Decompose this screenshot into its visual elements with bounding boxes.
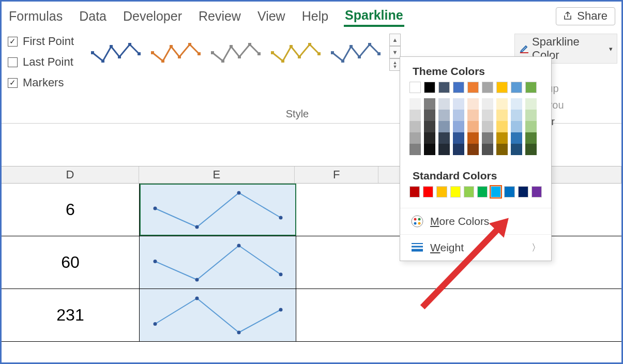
svg-point-40 bbox=[418, 222, 421, 225]
color-swatch[interactable] bbox=[511, 144, 522, 155]
color-swatch[interactable] bbox=[438, 110, 450, 121]
color-swatch[interactable] bbox=[467, 144, 479, 155]
color-swatch[interactable] bbox=[525, 110, 537, 121]
svg-point-46 bbox=[237, 191, 241, 195]
color-swatch[interactable] bbox=[467, 132, 479, 144]
color-swatch[interactable] bbox=[409, 110, 421, 121]
color-swatch[interactable] bbox=[438, 98, 450, 110]
svg-rect-9 bbox=[178, 55, 181, 58]
first-point-checkbox[interactable]: ✓First Point bbox=[8, 35, 79, 48]
svg-rect-13 bbox=[221, 59, 224, 63]
color-swatch[interactable] bbox=[511, 98, 522, 110]
color-swatch[interactable] bbox=[511, 121, 522, 132]
color-swatch[interactable] bbox=[525, 98, 537, 110]
color-swatch[interactable] bbox=[504, 186, 514, 198]
color-swatch[interactable] bbox=[423, 186, 433, 198]
color-swatch[interactable] bbox=[453, 110, 464, 121]
color-swatch[interactable] bbox=[467, 110, 479, 121]
column-header[interactable]: D bbox=[2, 166, 139, 183]
color-swatch[interactable] bbox=[482, 144, 493, 155]
svg-rect-28 bbox=[368, 43, 371, 46]
color-swatch[interactable] bbox=[424, 110, 435, 121]
color-swatch[interactable] bbox=[424, 121, 435, 132]
color-swatch[interactable] bbox=[511, 132, 522, 144]
cell-D[interactable]: 6 bbox=[2, 184, 140, 236]
color-swatch[interactable] bbox=[464, 186, 474, 198]
color-swatch[interactable] bbox=[467, 98, 479, 110]
color-swatch[interactable] bbox=[424, 132, 435, 144]
tab-formulas[interactable]: Formulas bbox=[8, 7, 64, 26]
color-swatch[interactable] bbox=[496, 121, 508, 132]
color-swatch[interactable] bbox=[496, 82, 508, 93]
color-swatch[interactable] bbox=[409, 98, 421, 110]
color-swatch[interactable] bbox=[424, 98, 435, 110]
tab-review[interactable]: Review bbox=[197, 7, 242, 26]
color-swatch[interactable] bbox=[409, 132, 421, 144]
cell-D[interactable]: 60 bbox=[2, 236, 140, 289]
column-header[interactable]: F bbox=[295, 166, 378, 183]
color-swatch[interactable] bbox=[496, 98, 508, 110]
color-swatch[interactable] bbox=[491, 186, 501, 198]
color-swatch[interactable] bbox=[453, 98, 464, 110]
color-swatch[interactable] bbox=[467, 82, 479, 93]
color-swatch[interactable] bbox=[424, 82, 435, 93]
markers-checkbox[interactable]: ✓Markers bbox=[8, 76, 79, 89]
cell-E-sparkline[interactable] bbox=[140, 289, 296, 341]
style-thumb-1[interactable] bbox=[87, 34, 143, 70]
style-thumb-5[interactable] bbox=[327, 34, 383, 70]
tab-developer[interactable]: Developer bbox=[122, 7, 183, 26]
cell-D[interactable]: 231 bbox=[2, 289, 140, 341]
color-swatch[interactable] bbox=[482, 110, 493, 121]
color-swatch[interactable] bbox=[496, 110, 508, 121]
cell-E-sparkline[interactable] bbox=[140, 236, 296, 289]
share-button[interactable]: Share bbox=[556, 7, 615, 25]
cell-E-sparkline[interactable] bbox=[140, 184, 296, 236]
color-swatch[interactable] bbox=[438, 144, 450, 155]
color-swatch[interactable] bbox=[409, 144, 421, 155]
color-swatch[interactable] bbox=[482, 98, 493, 110]
style-dropdown[interactable]: ▲▼ bbox=[389, 58, 401, 71]
style-scroll-down[interactable]: ▼ bbox=[389, 46, 401, 58]
color-swatch[interactable] bbox=[453, 82, 464, 93]
color-swatch[interactable] bbox=[525, 121, 537, 132]
color-swatch[interactable] bbox=[453, 132, 464, 144]
color-swatch[interactable] bbox=[450, 186, 461, 198]
tab-help[interactable]: Help bbox=[301, 7, 329, 26]
color-swatch[interactable] bbox=[496, 144, 508, 155]
style-scroll-up[interactable]: ▲ bbox=[389, 34, 401, 46]
style-thumb-2[interactable] bbox=[147, 34, 203, 70]
color-swatch[interactable] bbox=[496, 132, 508, 144]
svg-rect-8 bbox=[170, 45, 173, 48]
color-swatch[interactable] bbox=[525, 82, 537, 93]
tab-data[interactable]: Data bbox=[78, 7, 108, 26]
last-point-checkbox[interactable]: Last Point bbox=[8, 55, 79, 69]
color-swatch[interactable] bbox=[438, 82, 450, 93]
color-swatch[interactable] bbox=[453, 121, 464, 132]
tab-sparkline[interactable]: Sparkline bbox=[344, 6, 404, 27]
more-colors-item[interactable]: More Colors... bbox=[400, 208, 551, 234]
color-swatch[interactable] bbox=[409, 121, 421, 132]
color-swatch[interactable] bbox=[531, 186, 542, 198]
style-thumb-3[interactable] bbox=[207, 34, 263, 70]
color-swatch[interactable] bbox=[525, 144, 537, 155]
color-swatch[interactable] bbox=[438, 132, 450, 144]
color-swatch[interactable] bbox=[482, 132, 493, 144]
style-thumb-4[interactable] bbox=[267, 34, 323, 70]
color-swatch[interactable] bbox=[511, 110, 522, 121]
color-swatch[interactable] bbox=[436, 186, 447, 198]
chevron-down-icon: ▾ bbox=[609, 45, 613, 53]
color-swatch[interactable] bbox=[438, 121, 450, 132]
color-swatch[interactable] bbox=[511, 82, 522, 93]
tab-view[interactable]: View bbox=[256, 7, 286, 26]
color-swatch[interactable] bbox=[424, 144, 435, 155]
color-swatch[interactable] bbox=[477, 186, 488, 198]
color-swatch[interactable] bbox=[467, 121, 479, 132]
color-swatch[interactable] bbox=[409, 82, 421, 93]
color-swatch[interactable] bbox=[525, 132, 537, 144]
color-swatch[interactable] bbox=[518, 186, 528, 198]
color-swatch[interactable] bbox=[453, 144, 464, 155]
color-swatch[interactable] bbox=[482, 82, 493, 93]
color-swatch[interactable] bbox=[482, 121, 493, 132]
column-header[interactable]: E bbox=[139, 166, 295, 183]
color-swatch[interactable] bbox=[409, 186, 420, 198]
